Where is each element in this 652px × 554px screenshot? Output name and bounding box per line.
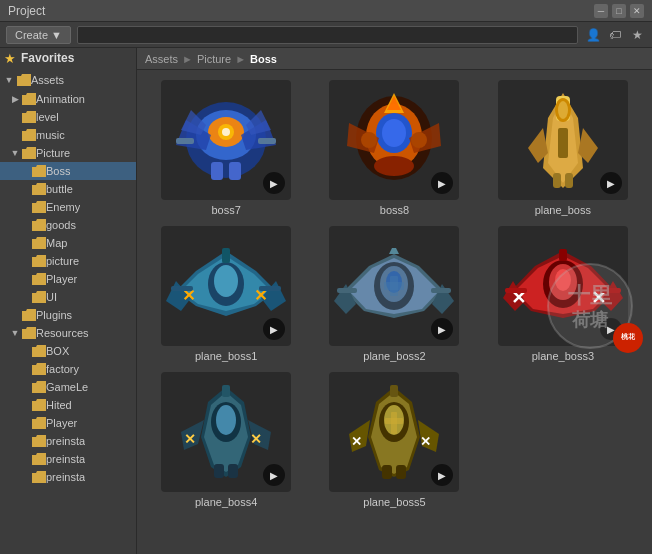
person-icon[interactable]: 👤 xyxy=(584,26,602,44)
sidebar-item-label-player-picture: Player xyxy=(46,273,77,285)
asset-item-boss8[interactable]: ▶ boss8 xyxy=(315,80,473,216)
toolbar: Create ▼ 👤 🏷 ★ xyxy=(0,22,652,48)
box-arrow-icon xyxy=(20,346,30,356)
asset-item-plane-boss1[interactable]: ✕ ✕ ▶ plane_bos xyxy=(147,226,305,362)
sidebar-item-buttle[interactable]: buttle xyxy=(0,180,136,198)
minus-icon[interactable]: ─ xyxy=(594,4,608,18)
boss7-play-button[interactable]: ▶ xyxy=(263,172,285,194)
sidebar-item-hited[interactable]: Hited xyxy=(0,396,136,414)
sidebar-item-label-plugins: Plugins xyxy=(36,309,72,321)
sidebar-item-map[interactable]: Map xyxy=(0,234,136,252)
boss-arrow-icon xyxy=(20,166,30,176)
breadcrumb-assets[interactable]: Assets xyxy=(145,53,178,65)
asset-item-plane-boss5[interactable]: ✕ ✕ xyxy=(315,372,473,508)
svg-rect-53 xyxy=(337,288,357,293)
svg-rect-92 xyxy=(382,465,392,479)
tag-icon[interactable]: 🏷 xyxy=(606,26,624,44)
gamele-arrow-icon xyxy=(20,382,30,392)
plane-boss4-play-button[interactable]: ▶ xyxy=(263,464,285,486)
create-button[interactable]: Create ▼ xyxy=(6,26,71,44)
sidebar-item-ui[interactable]: UI xyxy=(0,288,136,306)
sidebar-item-picture-sub[interactable]: picture xyxy=(0,252,136,270)
svg-rect-12 xyxy=(258,138,276,144)
level-arrow-icon xyxy=(10,112,20,122)
plane-boss3-play-button[interactable]: ▶ xyxy=(600,318,622,340)
breadcrumb-boss: Boss xyxy=(250,53,277,65)
ui-arrow-icon xyxy=(20,292,30,302)
svg-rect-82 xyxy=(228,464,238,478)
sidebar-item-player-resources[interactable]: Player xyxy=(0,414,136,432)
gamele-folder-icon xyxy=(32,381,46,393)
sidebar-item-goods[interactable]: goods xyxy=(0,216,136,234)
sidebar-item-plugins[interactable]: Plugins xyxy=(0,306,136,324)
svg-rect-54 xyxy=(431,288,451,293)
sidebar-item-preinsta2[interactable]: preinsta xyxy=(0,450,136,468)
plane-boss1-play-button[interactable]: ▶ xyxy=(263,318,285,340)
svg-rect-95 xyxy=(385,418,403,424)
plane-boss-play-button[interactable]: ▶ xyxy=(600,172,622,194)
sidebar-item-box[interactable]: BOX xyxy=(0,342,136,360)
sidebar-item-level[interactable]: level xyxy=(0,108,136,126)
breadcrumb-picture[interactable]: Picture xyxy=(197,53,231,65)
maximize-icon[interactable]: □ xyxy=(612,4,626,18)
svg-rect-68 xyxy=(559,249,567,261)
asset-item-boss7[interactable]: ▶ boss7 xyxy=(147,80,305,216)
animation-folder-icon xyxy=(22,93,36,105)
sidebar-item-picture[interactable]: ▼ Picture xyxy=(0,144,136,162)
sidebar-item-label-level: level xyxy=(36,111,59,123)
sidebar-item-boss[interactable]: Boss xyxy=(0,162,136,180)
sidebar-section-assets: ▼ Assets ▶ Animation level xyxy=(0,68,136,488)
svg-rect-33 xyxy=(565,173,573,188)
asset-label-boss7: boss7 xyxy=(211,204,240,216)
svg-rect-11 xyxy=(176,138,194,144)
box-folder-icon xyxy=(32,345,46,357)
resources-arrow-icon: ▼ xyxy=(10,328,20,338)
asset-label-plane-boss1: plane_boss1 xyxy=(195,350,257,362)
sidebar-item-gamele[interactable]: GameLe xyxy=(0,378,136,396)
asset-item-plane-boss3[interactable]: ✕ ✕ xyxy=(484,226,642,362)
asset-item-plane-boss4[interactable]: ✕ ✕ ▶ plane_bos xyxy=(147,372,305,508)
sidebar-item-player-picture[interactable]: Player xyxy=(0,270,136,288)
plugins-arrow-icon xyxy=(10,310,20,320)
search-input[interactable] xyxy=(77,26,578,44)
map-folder-icon xyxy=(32,237,46,249)
star-icon[interactable]: ★ xyxy=(628,26,646,44)
player-picture-arrow-icon xyxy=(20,274,30,284)
plane-boss4-sprite-svg: ✕ ✕ xyxy=(176,382,276,482)
svg-rect-7 xyxy=(211,162,223,180)
preinsta2-folder-icon xyxy=(32,453,46,465)
asset-item-plane-boss2[interactable]: ▶ plane_boss2 xyxy=(315,226,473,362)
sidebar-item-assets[interactable]: ▼ Assets xyxy=(0,70,136,90)
main-layout: ★ Favorites ▼ Assets ▶ Animation xyxy=(0,48,652,554)
sidebar-item-preinsta1[interactable]: preinsta xyxy=(0,432,136,450)
sidebar-item-favorites[interactable]: ★ Favorites xyxy=(0,48,136,68)
title-bar: Project ─ □ ✕ xyxy=(0,0,652,22)
asset-thumbnail-plane-boss3: ✕ ✕ xyxy=(498,226,628,346)
svg-text:✕: ✕ xyxy=(184,431,196,447)
svg-point-41 xyxy=(214,265,238,297)
asset-item-plane-boss[interactable]: ▶ plane_boss xyxy=(484,80,642,216)
close-icon[interactable]: ✕ xyxy=(630,4,644,18)
sidebar-item-label-preinsta3: preinsta xyxy=(46,471,85,483)
svg-rect-8 xyxy=(229,162,241,180)
player-resources-folder-icon xyxy=(32,417,46,429)
sidebar-item-resources[interactable]: ▼ Resources xyxy=(0,324,136,342)
picture-arrow-icon: ▼ xyxy=(10,148,20,158)
preinsta1-arrow-icon xyxy=(20,436,30,446)
sidebar-item-music[interactable]: music xyxy=(0,126,136,144)
asset-label-plane-boss: plane_boss xyxy=(535,204,591,216)
sidebar-item-label-buttle: buttle xyxy=(46,183,73,195)
preinsta1-folder-icon xyxy=(32,435,46,447)
svg-point-10 xyxy=(222,128,230,136)
music-folder-icon xyxy=(22,129,36,141)
sidebar-item-preinsta3[interactable]: preinsta xyxy=(0,468,136,486)
sidebar-item-label-player-resources: Player xyxy=(46,417,77,429)
sidebar-item-animation[interactable]: ▶ Animation xyxy=(0,90,136,108)
sidebar-item-enemy[interactable]: Enemy xyxy=(0,198,136,216)
sidebar-item-label-enemy: Enemy xyxy=(46,201,80,213)
buttle-arrow-icon xyxy=(20,184,30,194)
svg-point-23 xyxy=(374,156,414,176)
sidebar-item-factory[interactable]: factory xyxy=(0,360,136,378)
breadcrumb-sep1: ► xyxy=(182,53,193,65)
svg-text:✕: ✕ xyxy=(420,434,431,449)
